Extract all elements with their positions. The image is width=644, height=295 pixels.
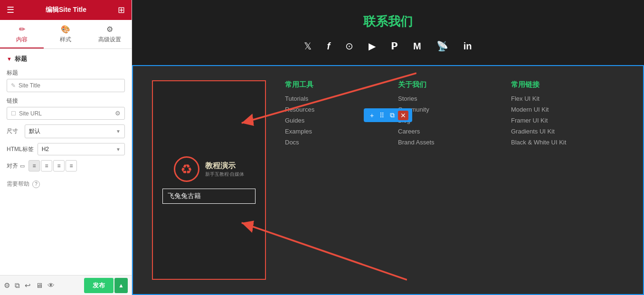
- pinterest-icon[interactable]: 𝗣: [391, 40, 398, 52]
- link-input[interactable]: [19, 110, 115, 117]
- html-tag-label: HTML标签: [7, 145, 34, 153]
- twitter-icon[interactable]: 𝕏: [304, 40, 312, 52]
- link-icon: ☐: [11, 110, 16, 117]
- links-link-flex[interactable]: Flex UI Kit: [511, 95, 624, 102]
- preview-input-text: 飞兔兔古籍: [168, 192, 201, 200]
- section-arrow: ▼: [7, 56, 12, 62]
- panel-footer: ⚙ ⧉ ↩ 🖥 👁 发布 ▲: [0, 275, 132, 295]
- preview-box: ♻ 教程演示 新手互教程·自媒体 飞兔兔古籍: [152, 80, 266, 280]
- tools-link-tutorials[interactable]: Tutorials: [285, 95, 398, 102]
- layers-footer-icon[interactable]: ⧉: [15, 281, 20, 290]
- help-label: 需要帮助: [7, 180, 29, 188]
- menu-icon[interactable]: ☰: [7, 5, 14, 15]
- footer-col-about: 关于我们 Stories Community Blog Careers Bran…: [398, 80, 511, 280]
- contact-section: 联系我们 𝕏 f ⊙ ▶ 𝗣 M 📡 in: [132, 0, 644, 65]
- logo-sub-text: 新手互教程·自媒体: [205, 171, 245, 178]
- title-input-wrapper: ✎: [7, 79, 125, 92]
- youtube-icon[interactable]: ▶: [369, 40, 376, 52]
- panel-topbar: ☰ 编辑Site Title ⊞: [0, 0, 132, 20]
- size-chevron-icon: ▼: [116, 129, 121, 134]
- tab-content[interactable]: ✏ 内容: [0, 20, 44, 48]
- align-left-button[interactable]: ≡: [28, 160, 40, 171]
- section-header-title: ▼ 标题: [7, 55, 125, 63]
- about-link-stories[interactable]: Stories: [398, 95, 511, 102]
- logo-circle-icon: ♻: [174, 156, 199, 182]
- settings-footer-icon[interactable]: ⚙: [4, 281, 10, 290]
- left-panel: ☰ 编辑Site Title ⊞ ✏ 内容 🎨 样式 ⚙ 高级设置 ▼ 标题 标…: [0, 0, 132, 295]
- add-section-button[interactable]: +: [368, 111, 376, 120]
- eye-footer-icon[interactable]: 👁: [47, 281, 55, 289]
- links-col-title: 常用链接: [511, 80, 624, 89]
- desktop-footer-icon[interactable]: 🖥: [36, 281, 43, 289]
- selection-toolbar: + ⠿ ⧉ ✕: [364, 108, 412, 122]
- size-label: 尺寸: [7, 127, 21, 135]
- move-section-button[interactable]: ⠿: [377, 111, 387, 120]
- size-select[interactable]: 默认 ▼: [25, 124, 125, 138]
- links-link-bw[interactable]: Black & White UI Kit: [511, 139, 624, 146]
- linkedin-icon[interactable]: in: [464, 41, 472, 52]
- align-icon: ▭: [20, 163, 25, 169]
- title-input[interactable]: [19, 82, 121, 89]
- tab-style[interactable]: 🎨 样式: [44, 20, 87, 48]
- preview-logo: ♻ 教程演示 新手互教程·自媒体: [174, 156, 245, 182]
- links-link-gradients[interactable]: Gradients UI Kit: [511, 128, 624, 135]
- align-label: 对齐 ▭: [7, 162, 25, 170]
- about-link-blog[interactable]: Blog: [398, 117, 511, 124]
- about-col-title: 关于我们: [398, 80, 511, 89]
- advanced-tab-label: 高级设置: [98, 36, 121, 44]
- links-link-framer[interactable]: Framer UI Kit: [511, 117, 624, 124]
- align-right-button[interactable]: ≡: [53, 160, 65, 171]
- align-buttons: ≡ ≡ ≡ ≡: [28, 160, 77, 171]
- content-tab-icon: ✏: [19, 25, 25, 34]
- tab-advanced[interactable]: ⚙ 高级设置: [88, 20, 132, 48]
- align-row: 对齐 ▭ ≡ ≡ ≡ ≡: [7, 160, 125, 171]
- footer-icons: ⚙ ⧉ ↩ 🖥 👁: [4, 281, 55, 290]
- dribbble-icon[interactable]: ⊙: [345, 40, 353, 52]
- about-link-careers[interactable]: Careers: [398, 128, 511, 135]
- tools-link-examples[interactable]: Examples: [285, 128, 398, 135]
- links-link-modern[interactable]: Modern UI Kit: [511, 106, 624, 113]
- close-section-button[interactable]: ✕: [398, 111, 408, 120]
- main-area: 联系我们 𝕏 f ⊙ ▶ 𝗣 M 📡 in + ⠿ ⧉ ✕ ♻ 教程演示: [132, 0, 644, 295]
- style-tab-icon: 🎨: [61, 25, 70, 34]
- panel-body: ▼ 标题 标题 ✎ 链接 ☐ ⚙ 尺寸 默认 ▼ HTML标签 H: [0, 49, 132, 275]
- html-tag-select[interactable]: H2 ▼: [38, 143, 125, 155]
- social-icons-row: 𝕏 f ⊙ ▶ 𝗣 M 📡 in: [304, 40, 472, 52]
- footer-col-links: 常用链接 Flex UI Kit Modern UI Kit Framer UI…: [511, 80, 624, 280]
- grid-icon[interactable]: ⊞: [118, 5, 125, 15]
- content-tab-label: 内容: [16, 36, 28, 44]
- html-tag-chevron-icon: ▼: [116, 147, 121, 152]
- help-row: 需要帮助 ?: [7, 180, 125, 188]
- link-field-label: 链接: [7, 97, 125, 105]
- link-gear-icon[interactable]: ⚙: [115, 110, 121, 117]
- facebook-icon[interactable]: f: [327, 41, 330, 52]
- footer-section: ♻ 教程演示 新手互教程·自媒体 飞兔兔古籍 常用工具 Tutorials Re…: [132, 65, 644, 295]
- html-tag-value: H2: [42, 146, 49, 152]
- footer-columns: 常用工具 Tutorials Resources Guides Examples…: [266, 80, 624, 280]
- size-row: 尺寸 默认 ▼: [7, 124, 125, 138]
- about-link-community[interactable]: Community: [398, 106, 511, 113]
- copy-section-button[interactable]: ⧉: [388, 110, 397, 120]
- help-circle-icon[interactable]: ?: [32, 181, 40, 188]
- pencil-icon: ✎: [11, 82, 16, 89]
- tools-col-title: 常用工具: [285, 80, 398, 89]
- style-tab-label: 样式: [60, 36, 71, 44]
- undo-footer-icon[interactable]: ↩: [25, 281, 31, 290]
- html-tag-row: HTML标签 H2 ▼: [7, 143, 125, 155]
- align-justify-button[interactable]: ≡: [66, 160, 77, 171]
- title-field-label: 标题: [7, 69, 125, 77]
- section-title-label: 标题: [15, 55, 27, 63]
- about-link-brand-assets[interactable]: Brand Assets: [398, 139, 511, 146]
- logo-text-block: 教程演示 新手互教程·自媒体: [205, 161, 245, 178]
- twitch-icon[interactable]: 📡: [436, 40, 448, 52]
- tools-link-docs[interactable]: Docs: [285, 139, 398, 146]
- medium-icon[interactable]: M: [413, 41, 421, 52]
- publish-arrow-button[interactable]: ▲: [114, 278, 128, 293]
- size-value: 默认: [29, 127, 40, 135]
- publish-group: 发布 ▲: [84, 278, 128, 293]
- align-center-button[interactable]: ≡: [41, 160, 52, 171]
- logo-main-text: 教程演示: [205, 161, 245, 171]
- contact-title: 联系我们: [363, 13, 413, 30]
- publish-button[interactable]: 发布: [84, 278, 114, 293]
- panel-tabs: ✏ 内容 🎨 样式 ⚙ 高级设置: [0, 20, 132, 49]
